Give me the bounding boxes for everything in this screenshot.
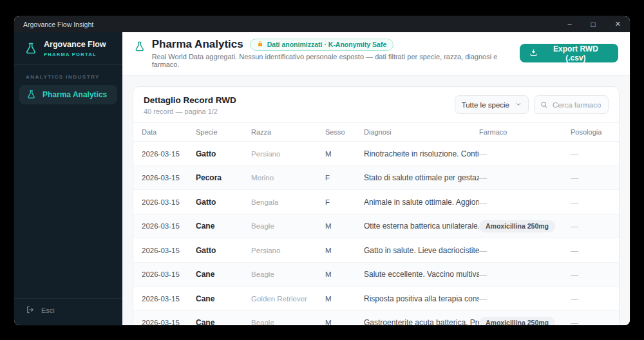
cell-sesso: M — [325, 222, 364, 230]
column-header: Diagnosi — [364, 128, 479, 136]
content-area: Dettaglio Record RWD 40 record — pagina … — [122, 76, 630, 325]
cell-diagnosi: Salute eccellente. Vaccino multivale... — [364, 270, 479, 279]
chevron-down-icon — [515, 101, 522, 109]
cell-sesso: M — [325, 295, 364, 303]
drug-badge: Amoxicillina 250mg — [479, 220, 555, 232]
cell-specie: Pecora — [196, 173, 251, 182]
brand-subtitle: PHARMA PORTAL — [44, 52, 106, 57]
page-subtitle: Real World Data aggregati. Nessun identi… — [152, 53, 520, 68]
brand-name: Argovance Flow — [44, 40, 106, 50]
table-row: 2026-03-15 Pecora Merino F Stato di salu… — [133, 166, 619, 191]
cell-specie: Gatto — [196, 149, 251, 158]
flask-icon — [24, 42, 37, 55]
cell-specie: Gatto — [196, 198, 251, 207]
app-window: Argovance Flow Insight – □ ✕ Argovance F… — [14, 16, 630, 325]
cell-data: 2026-03-15 — [142, 150, 196, 158]
sidebar-item-label: Pharma Analytics — [43, 90, 107, 99]
cell-razza: Bengala — [251, 198, 325, 206]
cell-data: 2026-03-15 — [142, 295, 196, 303]
cell-diagnosi: Rinotracheite in risoluzione. Contin... — [364, 149, 479, 158]
cell-data: 2026-03-15 — [142, 270, 196, 278]
page-header: Pharma Analytics Dati anonimizzati · K-A… — [122, 32, 630, 76]
drug-badge: Amoxicillina 250mg — [479, 317, 555, 325]
cell-specie: Cane — [196, 318, 251, 325]
cell-farmaco: Amoxicillina 250mg — [479, 220, 571, 232]
card-title: Dettaglio Record RWD — [144, 95, 236, 105]
cell-posologia: — — [571, 245, 619, 256]
cell-sesso: M — [325, 270, 364, 278]
cell-farmaco: Amoxicillina 250mg — [479, 316, 571, 325]
drug-search-input[interactable] — [551, 100, 602, 109]
records-card: Dettaglio Record RWD 40 record — pagina … — [133, 86, 620, 325]
close-button[interactable]: ✕ — [615, 21, 621, 28]
cell-data: 2026-03-15 — [142, 198, 196, 206]
column-header: Razza — [251, 128, 325, 136]
column-header: Posologia — [571, 128, 619, 136]
title-bar: Argovance Flow Insight – □ ✕ — [14, 16, 630, 32]
maximize-button[interactable]: □ — [591, 21, 596, 28]
cell-razza: Persiano — [251, 150, 325, 158]
record-count: 40 record — pagina 1/2 — [144, 108, 236, 115]
cell-posologia: — — [571, 269, 619, 280]
page-title: Pharma Analytics — [152, 38, 243, 51]
window-title: Argovance Flow Insight — [23, 21, 93, 28]
cell-posologia: — — [571, 293, 619, 305]
privacy-badge-label: Dati anonimizzati · K-Anonymity Safe — [267, 41, 387, 48]
cell-sesso: F — [325, 174, 364, 182]
table-row: 2026-03-15 Gatto Bengala F Animale in sa… — [133, 190, 619, 214]
cell-razza: Persiano — [251, 247, 325, 254]
cell-posologia: — — [571, 148, 619, 160]
species-filter-select[interactable]: Tutte le specie — [455, 95, 529, 114]
main-area: Pharma Analytics Dati anonimizzati · K-A… — [122, 32, 630, 325]
download-icon — [529, 48, 538, 59]
cell-sesso: M — [325, 247, 364, 254]
cell-farmaco: — — [479, 245, 571, 256]
cell-sesso: M — [325, 319, 364, 325]
sidebar: Argovance Flow PHARMA PORTAL ANALYTICS I… — [14, 32, 122, 325]
export-rwd-label: Export RWD (.csv) — [543, 44, 609, 62]
column-header: Farmaco — [479, 128, 571, 136]
cell-diagnosi: Gastroenterite acuta batterica. Pres... — [364, 318, 479, 325]
flask-icon — [26, 90, 36, 99]
export-rwd-button[interactable]: Export RWD (.csv) — [520, 44, 618, 62]
cell-sesso: F — [325, 198, 364, 206]
cell-diagnosi: Otite esterna batterica unilaterale. ... — [364, 222, 479, 231]
cell-data: 2026-03-15 — [142, 222, 196, 230]
table-body: 2026-03-15 Gatto Persiano M Rinotracheit… — [133, 142, 619, 325]
cell-diagnosi: Gatto in salute. Lieve dacriocistite c..… — [364, 246, 479, 255]
lock-icon — [257, 41, 263, 48]
cell-diagnosi: Stato di salute ottimale per gestazi... — [364, 173, 479, 182]
cell-razza: Beagle — [251, 270, 325, 278]
cell-razza: Beagle — [251, 319, 325, 325]
minimize-button[interactable]: – — [567, 21, 571, 28]
logout-icon — [26, 305, 35, 316]
cell-specie: Cane — [196, 270, 251, 279]
cell-diagnosi: Risposta positiva alla terapia conse... — [364, 294, 479, 303]
sidebar-section-label: ANALYTICS INDUSTRY — [26, 74, 111, 80]
cell-posologia: — — [571, 317, 619, 325]
cell-sesso: M — [325, 150, 364, 158]
cell-posologia: — — [571, 172, 619, 184]
cell-data: 2026-03-15 — [142, 174, 196, 182]
cell-specie: Cane — [196, 294, 251, 303]
cell-diagnosi: Animale in salute ottimale. Aggiorn... — [364, 198, 479, 207]
table-row: 2026-03-15 Cane Beagle M Otite esterna b… — [133, 214, 619, 239]
cell-data: 2026-03-15 — [142, 247, 196, 254]
cell-farmaco: — — [479, 196, 571, 208]
sidebar-item-pharma-analytics[interactable]: Pharma Analytics — [19, 85, 117, 104]
table-row: 2026-03-15 Cane Beagle M Salute eccellen… — [133, 263, 619, 287]
logout-button[interactable]: Esci — [14, 298, 122, 325]
cell-farmaco: — — [479, 293, 571, 305]
window-controls: – □ ✕ — [567, 21, 621, 28]
drug-search-field[interactable] — [534, 95, 609, 114]
cell-farmaco: — — [479, 172, 571, 184]
table-row: 2026-03-15 Gatto Persiano M Gatto in sal… — [133, 238, 619, 263]
search-icon — [540, 99, 547, 111]
logout-label: Esci — [41, 307, 55, 314]
column-header: Data — [142, 128, 196, 136]
table-row: 2026-03-15 Gatto Persiano M Rinotracheit… — [133, 142, 619, 166]
column-header: Specie — [196, 128, 251, 136]
brand: Argovance Flow PHARMA PORTAL — [14, 32, 122, 65]
cell-specie: Gatto — [196, 246, 251, 255]
column-header: Sesso — [325, 128, 364, 136]
